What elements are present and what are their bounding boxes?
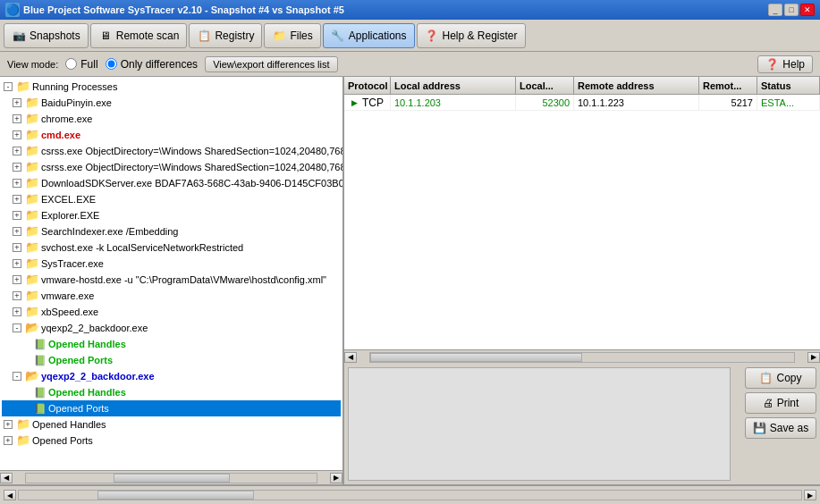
expand-icon[interactable]: + [4,420,13,429]
scroll-thumb[interactable] [114,474,230,483]
list-item[interactable]: + 📁 csrss.exe ObjectDirectory=\Windows S… [2,159,341,175]
list-item[interactable]: + 📁 SysTracer.exe [2,256,341,272]
expand-icon[interactable]: + [13,163,21,172]
tree-item-label: xbSpeed.exe [41,305,98,319]
scroll-right-arrow[interactable]: ▶ [804,490,816,500]
right-table-scrollbar[interactable]: ◀ ▶ [344,349,820,364]
list-item[interactable]: + 📁 DownloadSDKServer.exe BDAF7A63-568C-… [2,175,341,191]
tree-root[interactable]: - 📁 Running Processes [2,79,341,95]
help-icon: ❓ [765,58,779,71]
view-export-button[interactable]: View\export differences list [205,56,337,72]
root-expand-icon[interactable]: - [4,82,13,91]
maximize-button[interactable]: □ [784,4,799,16]
print-button[interactable]: 🖨 Print [745,392,816,414]
list-item[interactable]: + 📁 vmware.exe [2,288,341,304]
expand-icon[interactable]: + [13,291,21,300]
left-panel: - 📁 Running Processes + 📁 BaiduPinyin.ex… [0,77,344,484]
scroll-track[interactable] [25,473,317,483]
tree-item-label: Explorer.EXE [41,208,99,223]
list-item[interactable]: - 📂 yqexp2_2_backdoor.exe [2,368,341,384]
files-button[interactable]: 📁 Files [264,23,320,48]
expand-icon[interactable]: + [13,98,21,107]
minimize-button[interactable]: _ [768,4,782,16]
expand-icon[interactable]: - [13,372,21,381]
snapshots-icon: 📷 [12,29,26,43]
list-item[interactable]: + 📁 xbSpeed.exe [2,304,341,320]
list-item[interactable]: 📗 Opened Ports [2,400,341,416]
scroll-track[interactable] [369,352,795,363]
list-item[interactable]: + 📁 csrss.exe ObjectDirectory=\Windows S… [2,143,341,159]
folder-icon: 📁 [25,273,39,287]
detail-content [348,367,731,481]
registry-button[interactable]: 📋 Registry [189,23,262,48]
green-folder-icon: 📗 [34,337,46,351]
scroll-thumb[interactable] [370,353,582,362]
expand-icon[interactable]: + [13,130,21,139]
list-item[interactable]: + 📁 cmd.exe [2,127,341,143]
expand-icon[interactable]: + [13,211,21,220]
list-item[interactable]: + 📁 Opened Handles [2,416,341,433]
list-item[interactable]: 📗 Opened Ports [2,352,341,368]
list-item[interactable]: 📗 Opened Handles [2,336,341,352]
detail-panel: 📋 Copy 🖨 Print 💾 Save as [344,364,820,484]
viewmode-diff-radio[interactable] [106,58,117,70]
th-local-address[interactable]: Local address [391,77,516,94]
th-remote-address[interactable]: Remote address [574,77,699,94]
expand-icon[interactable]: + [13,114,21,123]
snapshots-button[interactable]: 📷 Snapshots [4,23,89,48]
folder-icon: 📁 [25,176,39,190]
expand-icon[interactable]: + [13,243,21,252]
applications-button[interactable]: 🔧 Applications [323,23,415,48]
viewmode-full-radio[interactable] [65,58,77,70]
expand-icon[interactable]: + [13,259,21,268]
close-button[interactable]: ✕ [800,4,815,16]
expand-icon[interactable]: + [13,307,21,316]
remote-scan-button[interactable]: 🖥 Remote scan [90,23,188,48]
tree-item-label: BaiduPinyin.exe [41,96,112,110]
green-folder-icon: 📗 [34,353,46,367]
expand-icon[interactable]: + [13,147,21,155]
list-item[interactable]: + 📁 BaiduPinyin.exe [2,95,341,111]
tree-item-label: csrss.exe ObjectDirectory=\Windows Share… [41,144,342,158]
expand-icon[interactable]: + [13,227,21,236]
list-item[interactable]: + 📁 Explorer.EXE [2,207,341,223]
list-item[interactable]: - 📂 yqexp2_2_backdoor.exe [2,320,341,336]
expand-icon[interactable]: + [13,275,21,284]
list-item[interactable]: + 📁 svchost.exe -k LocalServiceNetworkRe… [2,239,341,256]
registry-icon: 📋 [197,29,211,43]
list-item[interactable]: + 📁 Opened Ports [2,433,341,449]
help-register-button[interactable]: ❓ Help & Register [417,23,526,48]
expand-icon[interactable]: - [13,323,21,332]
copy-button[interactable]: 📋 Copy [745,367,816,389]
left-panel-scrollbar[interactable]: ◀ ▶ [0,470,342,484]
tree-item-label: cmd.exe [41,128,80,142]
save-as-button[interactable]: 💾 Save as [745,417,816,439]
action-buttons: 📋 Copy 🖨 Print 💾 Save as [745,367,816,439]
th-remote-port[interactable]: Remot... [699,77,757,94]
list-item[interactable]: + 📁 chrome.exe [2,111,341,127]
scroll-left-arrow[interactable]: ◀ [0,473,13,483]
viewmode-diff-option[interactable]: Only differences [106,58,199,71]
scroll-right-arrow[interactable]: ▶ [807,352,820,363]
tree-container[interactable]: - 📁 Running Processes + 📁 BaiduPinyin.ex… [0,77,342,470]
expand-icon[interactable]: + [4,436,13,445]
window-controls: _ □ ✕ [768,4,815,16]
table-row[interactable]: ▶ TCP 10.1.1.203 52300 10.1.1.223 5217 E… [344,95,820,111]
expand-icon[interactable]: + [13,179,21,188]
help-button[interactable]: ❓ Help [757,55,813,73]
th-protocol[interactable]: Protocol [344,77,391,94]
status-bar: ◀ ▶ [0,484,820,504]
td-status: ESTA... [757,95,820,110]
viewmode-full-option[interactable]: Full [65,58,97,71]
scroll-left-arrow[interactable]: ◀ [344,352,357,363]
list-item[interactable]: + 📁 EXCEL.EXE [2,191,341,207]
list-item[interactable]: 📗 Opened Handles [2,384,341,400]
th-local-port[interactable]: Local... [516,77,574,94]
scroll-right-arrow[interactable]: ▶ [330,473,342,483]
expand-icon[interactable]: + [13,195,21,204]
list-item[interactable]: + 📁 SearchIndexer.exe /Embedding [2,223,341,239]
scroll-left-arrow[interactable]: ◀ [4,490,16,500]
th-status[interactable]: Status [757,77,820,94]
scroll-thumb[interactable] [97,491,254,500]
list-item[interactable]: + 📁 vmware-hostd.exe -u "C:\ProgramData\… [2,272,341,288]
